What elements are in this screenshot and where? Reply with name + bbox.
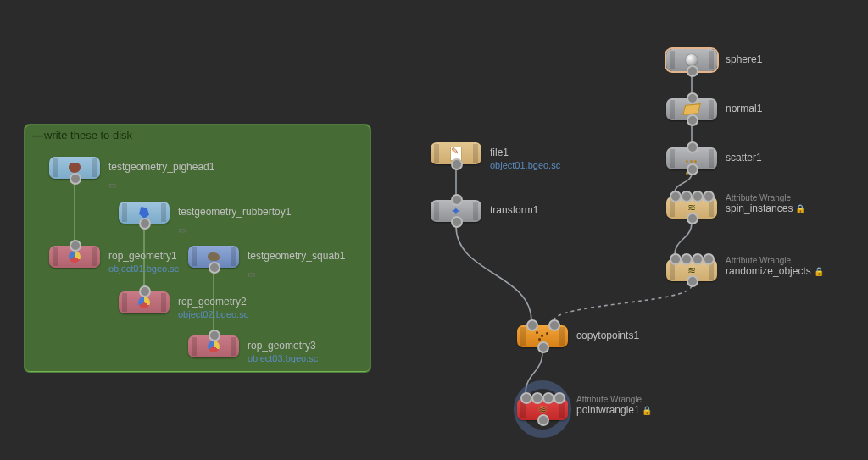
wire[interactable] [675, 174, 692, 192]
output-port[interactable] [687, 213, 698, 224]
input-port[interactable] [692, 253, 704, 265]
node-info-text: object01.bgeo.sc [490, 160, 560, 170]
node-copytopoints1[interactable] [517, 325, 568, 347]
output-port[interactable] [451, 158, 463, 170]
node-transform1[interactable]: ✦ [431, 200, 481, 222]
node-label[interactable]: rop_geometry2object02.bgeo.sc [178, 296, 248, 319]
node-name-text: file1 [490, 147, 509, 158]
group-title[interactable]: —write these to disk [32, 129, 132, 141]
input-port[interactable] [520, 392, 532, 404]
node-name-text: normal1 [726, 103, 762, 114]
node-name-text: sphere1 [726, 53, 762, 65]
node-label[interactable]: rop_geometry1object01.bgeo.sc [108, 250, 179, 274]
input-port[interactable] [451, 194, 463, 206]
node-name-text: randomize_objects [726, 265, 811, 277]
node-label[interactable]: sphere1 [726, 53, 762, 65]
node-name-text: rop_geometry3 [248, 340, 316, 352]
node-randomize_objects[interactable]: ≋ [666, 259, 717, 281]
node-spin_instances[interactable]: ≋ [666, 197, 717, 219]
input-port[interactable] [70, 240, 81, 252]
output-port[interactable] [537, 414, 549, 426]
node-file1[interactable] [431, 142, 481, 164]
input-port[interactable] [209, 330, 220, 341]
node-name-text: scatter1 [726, 152, 762, 163]
input-port[interactable] [703, 191, 715, 202]
node-sphere1[interactable] [666, 49, 717, 71]
node-name-text: copytopoints1 [576, 330, 639, 341]
lock-icon: 🔒 [640, 406, 653, 415]
output-port[interactable] [687, 163, 698, 175]
minimize-icon[interactable]: — [32, 129, 41, 141]
node-label[interactable]: testgeometry_pighead1 [108, 161, 214, 173]
node-label[interactable]: scatter1 [726, 152, 762, 163]
input-port[interactable] [681, 253, 693, 265]
input-port[interactable] [703, 253, 715, 265]
input-port[interactable] [548, 319, 560, 331]
node-type-label: Attribute Wrangle [726, 193, 805, 202]
input-port[interactable] [531, 392, 543, 404]
node-label[interactable]: testgeometry_rubbertoy1 [178, 206, 291, 218]
node-tag-icon: ▭ [178, 225, 186, 235]
output-port[interactable] [451, 216, 463, 228]
node-info-text: object02.bgeo.sc [178, 309, 248, 319]
input-port[interactable] [554, 392, 565, 404]
input-port[interactable] [687, 92, 698, 104]
output-port[interactable] [687, 65, 698, 77]
node-pointwrangle1[interactable]: ≋ [517, 398, 568, 420]
output-port[interactable] [209, 262, 220, 274]
node-rop_geometry3[interactable] [188, 335, 239, 357]
node-label[interactable]: file1object01.bgeo.sc [490, 147, 560, 170]
node-type-label: Attribute Wrangle [726, 256, 824, 265]
output-port[interactable] [537, 341, 549, 353]
node-name-text: testgeometry_rubbertoy1 [178, 206, 291, 218]
output-port[interactable] [687, 114, 698, 126]
lock-icon: 🔒 [793, 204, 805, 213]
node-testgeometry_pighead1[interactable] [49, 157, 100, 179]
input-port[interactable] [670, 191, 682, 202]
input-port[interactable] [692, 191, 704, 202]
output-port[interactable] [139, 218, 151, 230]
input-port[interactable] [687, 141, 698, 153]
node-label[interactable]: Attribute Wranglespin_instances 🔒 [726, 193, 805, 214]
input-port[interactable] [681, 191, 693, 202]
node-testgeometry_rubbertoy1[interactable] [119, 202, 170, 224]
node-label[interactable]: rop_geometry3object03.bgeo.sc [248, 340, 318, 363]
node-tag-icon: ▭ [108, 180, 116, 190]
input-port[interactable] [139, 285, 151, 297]
lock-icon: 🔒 [811, 267, 824, 276]
node-normal1[interactable] [666, 98, 717, 120]
node-testgeometry_squab1[interactable] [188, 246, 239, 268]
wire[interactable] [675, 223, 692, 255]
input-port[interactable] [526, 319, 538, 331]
node-tag-icon: ▭ [248, 269, 255, 279]
node-info-text: object03.bgeo.sc [248, 353, 318, 363]
node-name-text: transform1 [490, 204, 538, 216]
output-port[interactable] [687, 275, 698, 287]
node-label[interactable]: Attribute Wranglerandomize_objects 🔒 [726, 256, 824, 277]
node-label[interactable]: Attribute Wranglepointwrangle1 🔒 [576, 395, 653, 416]
group-title-text: write these to disk [44, 129, 132, 141]
node-type-label: Attribute Wrangle [576, 395, 653, 404]
node-label[interactable]: copytopoints1 [576, 330, 639, 341]
wire[interactable] [554, 285, 692, 321]
node-name-text: testgeometry_squab1 [248, 250, 345, 262]
node-name-text: testgeometry_pighead1 [108, 161, 214, 173]
node-rop_geometry2[interactable] [119, 291, 170, 313]
input-port[interactable] [542, 392, 554, 404]
node-info-text: object01.bgeo.sc [108, 263, 179, 274]
node-name-text: rop_geometry1 [108, 250, 177, 262]
node-name-text: pointwrangle1 [576, 404, 640, 416]
node-name-text: spin_instances [726, 202, 793, 214]
wire[interactable] [456, 226, 531, 321]
node-rop_geometry1[interactable] [49, 246, 100, 268]
node-name-text: rop_geometry2 [178, 296, 247, 308]
input-port[interactable] [670, 253, 682, 265]
node-label[interactable]: testgeometry_squab1 [248, 250, 345, 262]
node-label[interactable]: transform1 [490, 204, 538, 216]
node-scatter1[interactable] [666, 147, 717, 169]
output-port[interactable] [70, 173, 81, 185]
node-label[interactable]: normal1 [726, 103, 762, 114]
